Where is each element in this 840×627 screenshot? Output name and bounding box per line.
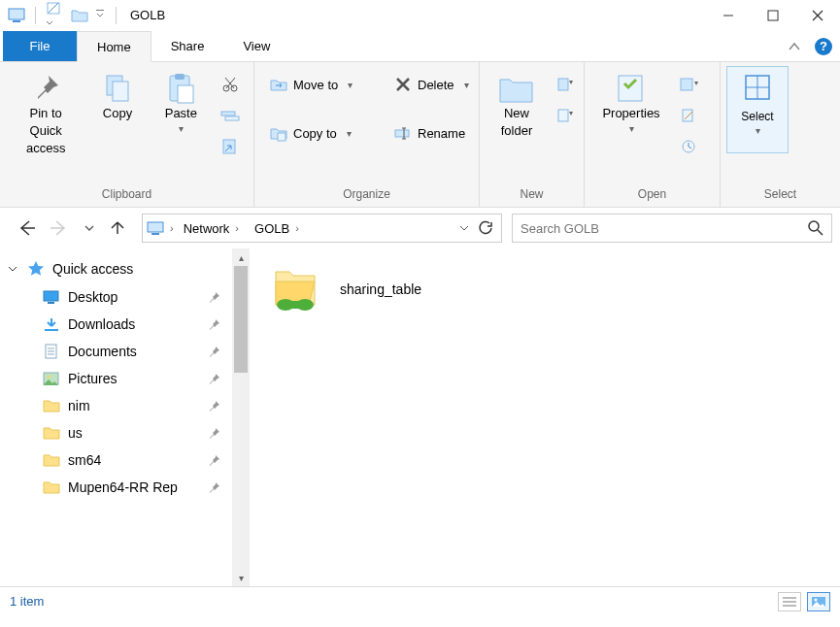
forward-button[interactable]	[50, 219, 70, 237]
svg-rect-12	[175, 74, 185, 80]
search-input[interactable]	[521, 221, 808, 236]
content-pane[interactable]: sharing_table	[251, 248, 840, 586]
copy-label: Copy	[103, 105, 132, 122]
cut-icon[interactable]	[218, 74, 242, 95]
svg-rect-55	[286, 301, 305, 309]
history-icon[interactable]	[678, 136, 701, 157]
recent-locations-button[interactable]	[84, 222, 95, 234]
new-item-icon[interactable]: ▾	[554, 74, 577, 95]
details-view-button[interactable]	[778, 592, 801, 611]
sidebar-item-label: us	[68, 425, 83, 441]
paste-button[interactable]: Paste ▾	[151, 68, 211, 140]
scroll-down-icon[interactable]: ▾	[232, 569, 250, 586]
sidebar-item-documents[interactable]: Documents	[0, 338, 250, 365]
delete-label: Delete	[418, 78, 454, 92]
svg-line-17	[225, 78, 234, 88]
svg-rect-33	[681, 79, 692, 90]
breadcrumb-network[interactable]: Network›	[178, 221, 247, 236]
status-text: 1 item	[10, 594, 44, 609]
sidebar-item-nim[interactable]: nim	[0, 392, 250, 419]
qat-properties-icon[interactable]	[46, 0, 63, 31]
sidebar-item-pictures[interactable]: Pictures	[0, 365, 250, 392]
tab-file[interactable]: File	[3, 31, 77, 61]
copy-to-button[interactable]: Copy to	[262, 120, 379, 146]
svg-text:▾: ▾	[569, 109, 573, 117]
select-icon	[743, 73, 772, 102]
title-bar: GOLB	[0, 0, 840, 31]
navpane-scrollbar[interactable]: ▴ ▾	[232, 248, 250, 586]
svg-point-42	[809, 221, 819, 231]
ribbon-tabs: File Home Share View ?	[0, 31, 840, 62]
qat-separator-2	[116, 7, 117, 24]
svg-text:▾: ▾	[694, 79, 698, 87]
edit-icon[interactable]	[678, 105, 701, 126]
copy-to-label: Copy to	[293, 126, 337, 141]
pin-icon	[209, 481, 220, 493]
move-to-button[interactable]: Move to	[262, 72, 379, 97]
svg-rect-18	[221, 112, 235, 116]
help-icon[interactable]: ?	[815, 38, 832, 55]
svg-rect-30	[558, 110, 568, 121]
tab-view[interactable]: View	[223, 31, 289, 61]
shared-folder-icon	[268, 262, 322, 316]
back-button[interactable]	[17, 219, 37, 237]
sidebar-item-sm64[interactable]: sm64	[0, 446, 250, 474]
delete-button[interactable]: Delete	[386, 72, 484, 97]
sidebar-item-desktop[interactable]: Desktop	[0, 283, 250, 311]
up-button[interactable]	[109, 219, 126, 237]
chevron-down-icon[interactable]	[8, 264, 19, 274]
pin-icon	[209, 373, 220, 384]
paste-shortcut-icon[interactable]	[218, 136, 242, 157]
thumbnails-view-button[interactable]	[807, 592, 830, 611]
qat-folder-icon[interactable]	[71, 8, 88, 23]
qat-overflow-icon[interactable]	[96, 8, 106, 23]
breadcrumb-chevron-icon[interactable]: ›	[168, 222, 176, 234]
address-bar[interactable]: › Network› GOLB›	[142, 214, 502, 243]
scroll-up-icon[interactable]: ▴	[232, 248, 250, 266]
breadcrumb-golb[interactable]: GOLB›	[249, 221, 307, 236]
copy-icon	[101, 72, 134, 105]
close-button[interactable]	[795, 0, 840, 31]
sidebar-item-downloads[interactable]: Downloads	[0, 311, 250, 338]
svg-rect-19	[225, 116, 239, 120]
search-icon[interactable]	[808, 220, 823, 236]
rename-button[interactable]: Rename	[386, 120, 484, 146]
properties-button[interactable]: Properties ▾	[592, 68, 670, 140]
move-to-icon	[270, 76, 287, 93]
navigation-pane: Quick access DesktopDownloadsDocumentsPi…	[0, 248, 251, 586]
nav-quick-access[interactable]: Quick access	[0, 254, 250, 283]
open-icon[interactable]: ▾	[678, 74, 701, 95]
refresh-icon[interactable]	[478, 220, 493, 236]
svg-rect-20	[223, 140, 235, 153]
sidebar-item-mupen64-rr-rep[interactable]: Mupen64-RR Rep	[0, 474, 250, 501]
address-dropdown-icon[interactable]	[458, 222, 470, 234]
folder-icon	[43, 452, 60, 468]
tab-share[interactable]: Share	[151, 31, 224, 61]
move-to-label: Move to	[293, 78, 338, 92]
sidebar-item-us[interactable]: us	[0, 419, 250, 446]
search-box[interactable]	[512, 214, 832, 243]
maximize-button[interactable]	[751, 0, 795, 31]
svg-point-52	[48, 376, 50, 379]
pin-to-quick-access-button[interactable]: Pin to Quick access	[8, 68, 84, 162]
copy-button[interactable]: Copy	[87, 68, 147, 126]
list-item[interactable]: sharing_table	[268, 262, 823, 316]
copy-path-icon[interactable]	[218, 105, 242, 126]
new-folder-icon	[498, 72, 535, 105]
easy-access-icon[interactable]: ▾	[554, 105, 577, 126]
folder-icon	[43, 479, 60, 495]
pin-icon	[209, 427, 220, 439]
select-button[interactable]: Select ▾	[726, 66, 789, 153]
new-folder-button[interactable]: New folder	[487, 68, 546, 144]
rename-icon	[394, 124, 412, 142]
pin-icon	[29, 72, 62, 105]
svg-rect-4	[96, 10, 104, 11]
scroll-thumb[interactable]	[234, 266, 248, 373]
minimize-button[interactable]	[706, 0, 751, 31]
tab-home[interactable]: Home	[77, 31, 151, 62]
collapse-ribbon-icon[interactable]	[782, 40, 807, 53]
sidebar-item-label: Desktop	[68, 289, 118, 305]
pin-icon	[209, 291, 220, 303]
svg-rect-45	[48, 302, 54, 304]
group-clipboard-label: Clipboard	[0, 183, 253, 207]
